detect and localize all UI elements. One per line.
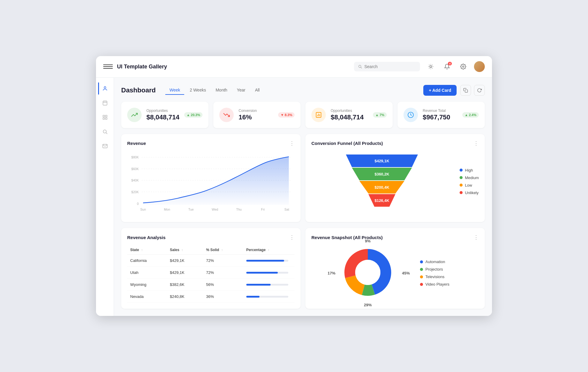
table-row: Wyoming $382,6K 56%: [127, 279, 295, 291]
add-card-button[interactable]: + Add Card: [423, 85, 457, 96]
svg-text:$126,4K: $126,4K: [374, 198, 389, 203]
legend-automation: Automation: [420, 260, 449, 264]
svg-text:Fri: Fri: [261, 208, 265, 211]
kpi-icon-2: [219, 108, 234, 122]
kpi-icon-4: [404, 108, 418, 122]
cell-sales-1: $429,1K: [167, 255, 203, 267]
svg-text:$200,4K: $200,4K: [374, 185, 389, 190]
kpi-info-3: Opportunities $8,048,714: [331, 109, 368, 121]
funnel-more-icon[interactable]: ⋮: [473, 140, 479, 147]
kpi-value-1: $8,048,714: [146, 113, 179, 121]
funnel-legend: High Medium Low: [460, 168, 479, 195]
kpi-card-opportunities2: Opportunities $8,048,714 ▲ 7%: [305, 102, 393, 128]
col-state[interactable]: State ↑: [127, 245, 167, 255]
legend-label-low: Low: [465, 183, 472, 188]
svg-point-12: [104, 86, 106, 88]
legend-dot-medium: [460, 176, 463, 179]
col-solid[interactable]: % Solid ↑: [203, 245, 243, 255]
sidebar-item-search[interactable]: [99, 126, 111, 138]
settings-icon[interactable]: [458, 61, 469, 72]
svg-point-21: [103, 130, 106, 133]
col-sales[interactable]: Sales ↑: [167, 245, 203, 255]
cell-pct-4: [243, 291, 295, 303]
kpi-badge-3: ▲ 7%: [373, 112, 387, 118]
refresh-icon[interactable]: [474, 85, 485, 96]
revenue-snapshot-card: Revenue Snapshot (All Products) ⋮ 45% 9%…: [305, 228, 485, 309]
revenue-analysis-card: Revenue Analysis ⋮ State ↑ Sales ↑ % Sol…: [121, 228, 301, 309]
pct-label-9: 9%: [365, 239, 371, 243]
search-input[interactable]: [364, 64, 416, 69]
main-content: Dashboard Week 2 Weeks Month Year All + …: [114, 78, 492, 316]
legend-low: Low: [460, 183, 479, 188]
cell-state-2: Utah: [127, 267, 167, 279]
kpi-badge-2: ▼ 8.3%: [278, 112, 295, 118]
topnav-actions: 4: [425, 61, 485, 72]
revenue-chart-card: Revenue ⋮ $80K $60K $40K $20K: [121, 134, 301, 222]
pct-label-29: 29%: [364, 303, 372, 307]
main-window: UI Template Gallery 4: [96, 56, 492, 316]
legend-label-projectors: Projectors: [425, 267, 443, 272]
search-box[interactable]: [354, 62, 420, 71]
svg-text:$60K: $60K: [131, 167, 139, 170]
legend-label-automation: Automation: [425, 260, 445, 264]
sidebar: [96, 78, 114, 316]
legend-dot-televisions: [420, 275, 423, 278]
table-row: Nevada $240,8K 36%: [127, 291, 295, 303]
tab-2weeks[interactable]: 2 Weeks: [185, 86, 210, 95]
legend-dot-low: [460, 184, 463, 187]
kpi-row: Opportunities $8,048,714 ▲ 20.3% Convers…: [121, 102, 485, 128]
legend-unlikely: Unlikely: [460, 190, 479, 195]
tab-year[interactable]: Year: [233, 86, 250, 95]
analysis-more-icon[interactable]: ⋮: [289, 234, 295, 241]
col-percentage[interactable]: Percentage ↑: [243, 245, 295, 255]
cell-pct-2: [243, 267, 295, 279]
tab-month[interactable]: Month: [212, 86, 232, 95]
svg-line-1: [361, 68, 362, 68]
kpi-value-4: $967,750: [423, 113, 458, 121]
pct-label-45: 45%: [402, 271, 410, 275]
revenue-analysis-title: Revenue Analysis: [127, 235, 166, 240]
legend-video-players: Video Players: [420, 282, 449, 286]
notification-icon[interactable]: 4: [442, 61, 452, 72]
tab-week[interactable]: Week: [165, 86, 184, 95]
kpi-label-3: Opportunities: [331, 109, 368, 113]
sun-icon[interactable]: [425, 61, 436, 72]
cell-pct-3: [243, 279, 295, 291]
avatar[interactable]: [474, 61, 485, 72]
svg-rect-17: [103, 115, 104, 117]
dashboard-header: Dashboard Week 2 Weeks Month Year All + …: [121, 85, 485, 96]
kpi-value-2: 16%: [238, 113, 273, 121]
sidebar-item-chart[interactable]: [99, 111, 111, 123]
sidebar-item-user[interactable]: [98, 82, 111, 94]
revenue-table-wrapper: State ↑ Sales ↑ % Solid ↑ Percentage ↑ C…: [127, 245, 295, 303]
svg-line-9: [429, 68, 429, 68]
snapshot-more-icon[interactable]: ⋮: [473, 234, 479, 241]
legend-dot-unlikely: [460, 191, 463, 194]
cell-solid-3: 56%: [203, 279, 243, 291]
revenue-chart-title: Revenue: [127, 141, 146, 146]
svg-rect-13: [103, 101, 107, 105]
revenue-more-icon[interactable]: ⋮: [289, 140, 295, 147]
cell-state-1: California: [127, 255, 167, 267]
copy-icon[interactable]: [460, 85, 471, 96]
legend-label-medium: Medium: [465, 176, 479, 180]
legend-projectors: Projectors: [420, 267, 449, 272]
donut-legend: Automation Projectors Televisions: [420, 260, 449, 286]
notification-badge: 4: [448, 62, 452, 65]
sidebar-item-calendar[interactable]: [99, 97, 111, 109]
menu-icon[interactable]: [103, 64, 113, 69]
kpi-icon-1: [127, 108, 142, 122]
legend-dot-video-players: [420, 283, 423, 286]
legend-dot-high: [460, 169, 463, 172]
kpi-badge-4: ▲ 2.4%: [462, 112, 479, 118]
svg-rect-19: [103, 118, 104, 119]
sidebar-item-mail[interactable]: [99, 140, 111, 152]
svg-text:$20K: $20K: [131, 190, 139, 194]
legend-label-unlikely: Unlikely: [465, 190, 479, 195]
funnel-container: $429,1K $360,2K $200,4K $126,4K: [311, 152, 479, 212]
tab-all[interactable]: All: [251, 86, 264, 95]
svg-text:Sat: Sat: [284, 208, 289, 211]
legend-dot-projectors: [420, 268, 423, 271]
cell-sales-4: $240,8K: [167, 291, 203, 303]
cell-solid-4: 36%: [203, 291, 243, 303]
